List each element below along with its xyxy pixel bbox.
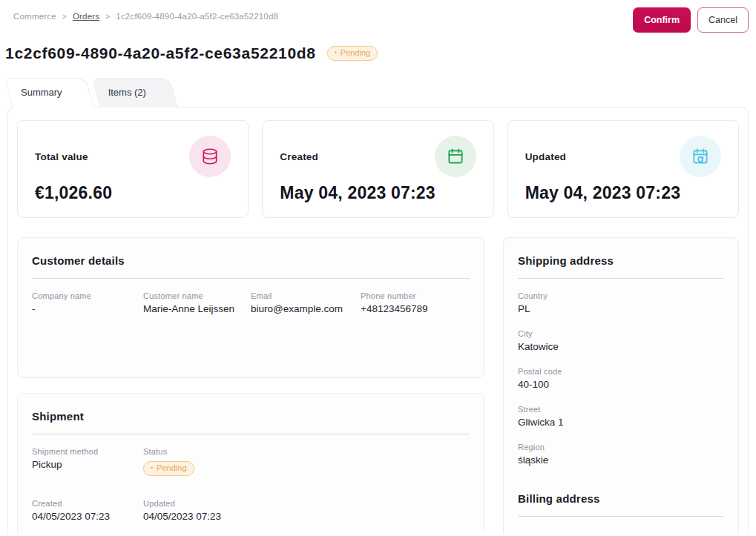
field-value: Gliwicka 1 [518,417,724,428]
field-label: Status [143,447,470,456]
total-value-amount: €1,026.60 [35,183,231,203]
shipping-address-card: Shipping address Country PL City Katowic… [503,237,739,534]
created-card: Created May 04, 2023 07:23 [262,120,493,218]
title-row: 1c2cf609-4890-4a20-a5f2-ce63a52210d8 • P… [5,44,756,62]
field-value: 04/05/2023 07:23 [143,511,470,522]
breadcrumb-order-id: 1c2cf609-4890-4a20-a5f2-ce63a52210d8 [116,12,278,21]
field-value: - [32,303,143,314]
field-label: Created [32,499,143,508]
field-label: Email [251,291,361,300]
right-column: Shipping address Country PL City Katowic… [503,237,739,534]
field-value: 40-100 [518,379,724,390]
details-area: Customer details Company name - Customer… [17,237,739,534]
breadcrumb-separator: > [62,13,67,21]
field-value: 04/05/2023 07:23 [32,511,143,522]
stat-card-row: Total value €1,026.60 Created [17,120,739,218]
updated-datetime: May 04, 2023 07:23 [525,183,721,203]
divider [518,516,724,517]
field-value: Katowice [518,341,724,352]
breadcrumb-orders-link[interactable]: Orders [73,12,99,21]
calendar-icon [435,136,476,177]
divider [32,278,470,279]
customer-details-grid: Company name - Customer name Marie-Anne … [32,291,470,314]
field-label: Region [518,443,724,451]
field-label: Postal code [518,367,724,376]
summary-panel: Total value €1,026.60 Created [7,107,749,534]
breadcrumb-commerce[interactable]: Commerce [13,12,56,21]
shipment-card: Shipment Shipment method Pickup Status •… [17,393,484,534]
tab-summary-label: Summary [21,87,62,98]
tab-items-label: Items (2) [108,87,146,98]
field-label: Updated [143,499,470,508]
database-icon [189,136,231,177]
region-field: Region śląskie [518,443,724,466]
tab-items[interactable]: Items (2) [92,78,170,107]
field-label: Country [518,291,724,300]
shipment-status-field: Status • Pending [143,447,470,476]
shipment-title: Shipment [32,410,470,423]
postal-code-field: Postal code 40-100 [518,367,724,390]
shipping-address-title: Shipping address [518,254,724,267]
updated-card: Updated May 04, 2023 07:23 [507,120,739,218]
breadcrumb-separator: > [105,13,110,21]
phone-number-field: Phone number +48123456789 [361,291,470,314]
field-label: City [518,329,724,338]
field-label: Customer name [143,291,251,300]
breadcrumb: Commerce > Orders > 1c2cf609-4890-4a20-a… [13,7,278,21]
customer-name-field: Customer name Marie-Anne Leijssen [143,291,251,314]
email-field: Email biuro@example.com [251,291,361,314]
street-field: Street Gliwicka 1 [518,405,724,428]
status-dot-icon: • [335,48,337,58]
field-value: biuro@example.com [251,303,361,314]
billing-address-title: Billing address [518,492,724,505]
divider [32,434,470,434]
order-status-badge: • Pending [327,46,378,61]
field-label: Street [518,405,724,414]
field-value: Pickup [32,459,143,470]
shipment-created-field: Created 04/05/2023 07:23 [32,499,143,522]
field-value: +48123456789 [361,303,470,314]
created-datetime: May 04, 2023 07:23 [280,183,476,203]
field-label: Phone number [361,291,470,300]
shipment-method-field: Shipment method Pickup [32,447,143,476]
created-label: Created [280,151,318,162]
company-name-field: Company name - [32,291,143,314]
total-value-label: Total value [35,151,88,162]
calendar-refresh-icon [680,136,721,177]
customer-details-title: Customer details [32,254,470,267]
page-title: 1c2cf609-4890-4a20-a5f2-ce63a52210d8 [5,44,316,62]
customer-details-card: Customer details Company name - Customer… [17,237,484,378]
field-value: Marie-Anne Leijssen [143,303,251,314]
total-value-card: Total value €1,026.60 [17,120,249,218]
status-label: Pending [157,463,186,473]
field-label: Shipment method [32,447,143,456]
left-column: Customer details Company name - Customer… [17,237,484,534]
status-dot-icon: • [151,463,153,473]
field-label: Company name [32,291,143,300]
divider [518,278,724,279]
confirm-button[interactable]: Confirm [633,7,691,33]
cancel-button[interactable]: Cancel [697,7,749,33]
header-actions: Confirm Cancel [633,7,749,33]
top-bar: Commerce > Orders > 1c2cf609-4890-4a20-a… [0,0,756,34]
country-field: Country PL [518,291,724,314]
tab-bar: Summary Items (2) [4,78,756,107]
updated-label: Updated [525,151,566,162]
city-field: City Katowice [518,329,724,352]
shipment-grid: Shipment method Pickup Status • Pending [32,447,470,522]
status-label: Pending [341,48,370,58]
field-value: śląskie [518,454,724,466]
field-value: PL [518,303,724,314]
shipment-updated-field: Updated 04/05/2023 07:23 [143,499,470,522]
shipment-status-badge: • Pending [143,461,194,476]
tab-summary[interactable]: Summary [4,78,86,107]
